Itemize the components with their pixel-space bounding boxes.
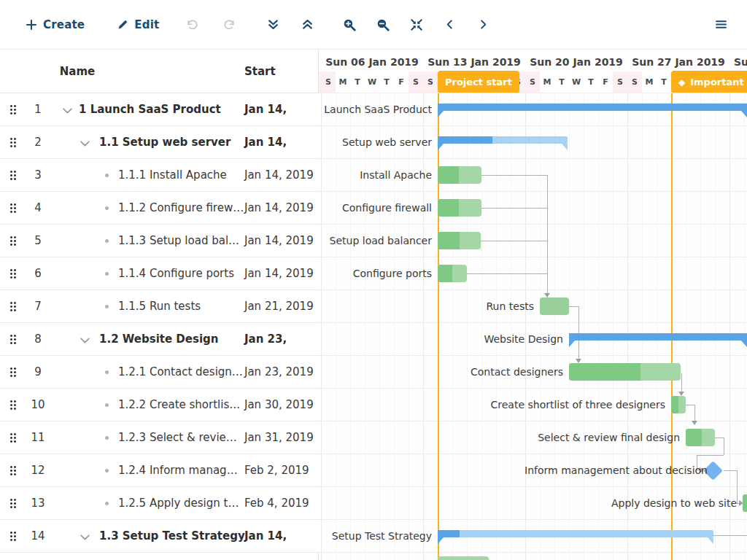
drag-handle-icon[interactable] xyxy=(9,137,17,148)
grid-line-vertical xyxy=(511,93,511,560)
chevron-down-icon[interactable] xyxy=(80,138,90,148)
table-row[interactable]: 31.1.1 Install ApacheJan 14, 2019 xyxy=(0,159,319,192)
task-bar[interactable] xyxy=(438,232,481,249)
zoom-to-fit-button[interactable] xyxy=(410,18,423,31)
drag-handle-icon[interactable] xyxy=(9,400,17,411)
bar-label: Inform management about decision xyxy=(525,463,708,478)
table-row[interactable]: 61.1.4 Configure portsJan 14, 2019 xyxy=(0,257,319,290)
table-row[interactable]: 81.2 Website DesignJan 23, 2019 xyxy=(0,323,319,356)
expand-all-button[interactable] xyxy=(267,18,279,31)
grid-line-vertical xyxy=(525,93,526,560)
day-header-cell: M xyxy=(642,71,657,93)
drag-handle-icon[interactable] xyxy=(9,367,17,378)
drag-handle-icon[interactable] xyxy=(9,432,17,443)
task-start-date: Jan 14, 2019 xyxy=(244,159,314,191)
column-header-start[interactable]: Start xyxy=(244,50,276,93)
drag-handle-icon[interactable] xyxy=(9,170,17,181)
table-row[interactable]: 91.2.1 Contact design…Jan 23, 2019 xyxy=(0,356,319,389)
drag-handle-icon[interactable] xyxy=(9,301,17,312)
dependency-line xyxy=(697,455,724,456)
bar-label: Website Design xyxy=(484,332,563,346)
bar-label: Run tests xyxy=(487,299,534,314)
drag-handle-icon[interactable] xyxy=(9,104,17,115)
drag-handle-icon[interactable] xyxy=(9,465,17,476)
task-bar[interactable] xyxy=(540,298,569,315)
summary-bar[interactable] xyxy=(438,136,568,144)
undo-button[interactable] xyxy=(185,18,198,31)
zoom-in-button[interactable] xyxy=(343,18,356,31)
summary-bar[interactable] xyxy=(569,333,747,341)
table-row[interactable]: 71.1.5 Run testsJan 21, 2019 xyxy=(0,290,319,323)
summary-progress xyxy=(438,104,747,111)
task-bar[interactable] xyxy=(438,556,489,560)
task-bar[interactable] xyxy=(438,166,481,184)
task-bar[interactable] xyxy=(569,363,681,381)
task-bar[interactable] xyxy=(438,199,481,217)
day-header-cell: S xyxy=(423,71,438,93)
drag-handle-icon[interactable] xyxy=(9,236,17,246)
bar-label: Launch SaaS Product xyxy=(324,102,432,117)
day-header-cell: T xyxy=(379,71,394,93)
task-bar[interactable] xyxy=(438,265,467,282)
chevron-down-icon[interactable] xyxy=(80,532,90,542)
dependency-arrow xyxy=(692,421,697,425)
zoom-out-button[interactable] xyxy=(376,18,390,31)
task-progress xyxy=(671,396,678,413)
summary-bar[interactable] xyxy=(438,530,713,537)
collapse-all-button[interactable] xyxy=(301,18,314,31)
drag-handle-icon[interactable] xyxy=(9,334,17,345)
row-number: 5 xyxy=(25,225,51,257)
dependency-line xyxy=(481,208,547,209)
table-row[interactable]: 51.1.3 Setup load bal…Jan 14, 2019 xyxy=(0,225,319,257)
task-bar[interactable] xyxy=(743,494,747,512)
toolbar: Create Edit xyxy=(0,0,747,50)
scroll-right-button[interactable] xyxy=(478,19,489,30)
drag-handle-icon[interactable] xyxy=(9,531,17,542)
table-row[interactable]: 121.2.4 Inform manag…Feb 2, 2019 xyxy=(0,454,319,487)
table-row[interactable]: 21.1 Setup web serverJan 14, 2019 xyxy=(0,126,319,159)
gantt-chart-area: Launch SaaS ProductSetup web serverInsta… xyxy=(319,93,747,560)
column-header-name[interactable]: Name xyxy=(45,50,109,93)
table-row[interactable]: 11 Launch SaaS ProductJan 14, 2019 xyxy=(0,93,319,126)
task-bar[interactable] xyxy=(671,396,686,413)
edit-button[interactable]: Edit xyxy=(117,18,159,31)
gantt-app: Create Edit xyxy=(0,0,747,560)
grid-line-vertical xyxy=(409,93,409,560)
week-header-label: Sun 27 Jan 2019 xyxy=(627,50,729,71)
pencil-icon xyxy=(117,19,128,31)
summary-bar[interactable] xyxy=(438,104,747,111)
grid-line-horizontal xyxy=(319,125,747,126)
marker-line xyxy=(438,93,439,560)
drag-handle-icon[interactable] xyxy=(9,268,17,279)
grid-line-vertical xyxy=(700,93,701,560)
grid-line-vertical xyxy=(642,93,643,560)
day-header-cell: T xyxy=(657,71,671,93)
chevron-down-icon[interactable] xyxy=(63,105,73,115)
table-row[interactable]: 141.3 Setup Test StrategyJan 14, 2019 xyxy=(0,520,319,553)
table-row[interactable]: 131.2.5 Apply design t…Feb 4, 2019 xyxy=(0,487,319,520)
grid-line-horizontal xyxy=(319,191,747,192)
table-row[interactable]: 41.1.2 Configure firew…Jan 14, 2019 xyxy=(0,192,319,225)
drag-handle-icon[interactable] xyxy=(9,203,17,214)
create-button[interactable]: Create xyxy=(26,18,85,31)
chevron-down-icon[interactable] xyxy=(80,335,90,345)
task-start-date: Jan 21, 2019 xyxy=(244,290,314,322)
redo-icon xyxy=(223,18,236,31)
task-progress xyxy=(438,199,459,217)
scroll-left-button[interactable] xyxy=(444,19,455,30)
grid-line-horizontal xyxy=(319,158,747,159)
grid-line-horizontal xyxy=(319,454,747,454)
task-start-date: Jan 31, 2019 xyxy=(244,421,314,454)
bar-label: Configure firewall xyxy=(342,201,432,215)
grid-line-vertical xyxy=(729,93,730,560)
redo-button[interactable] xyxy=(223,18,236,31)
bar-label: Setup Test Strategy xyxy=(332,529,432,543)
table-row[interactable]: 101.2.2 Create shortlis…Jan 30, 2019 xyxy=(0,389,319,421)
table-row[interactable]: 111.2.3 Select & revie…Jan 31, 2019 xyxy=(0,421,319,454)
bullet-icon xyxy=(105,370,109,374)
double-chevron-up-icon xyxy=(301,18,314,31)
summary-cap-left xyxy=(438,537,444,544)
menu-button[interactable] xyxy=(715,18,727,31)
drag-handle-icon[interactable] xyxy=(9,498,17,509)
task-bar[interactable] xyxy=(686,429,715,446)
